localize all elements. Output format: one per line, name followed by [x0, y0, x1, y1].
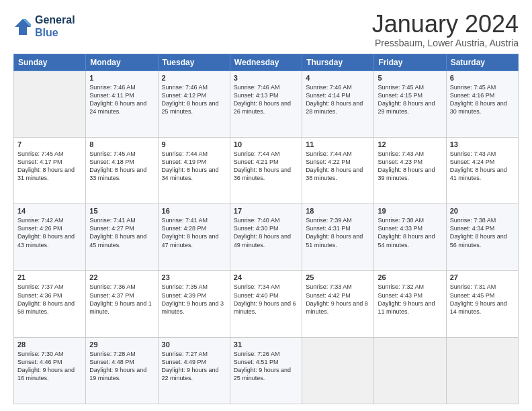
calendar-cell: 12Sunrise: 7:43 AM Sunset: 4:23 PM Dayli…	[374, 137, 446, 203]
day-header-thursday: Thursday	[302, 54, 374, 71]
calendar-cell	[302, 337, 374, 404]
title-area: January 2024 Pressbaum, Lower Austria, A…	[372, 11, 519, 48]
calendar-week-5: 28Sunrise: 7:30 AM Sunset: 4:46 PM Dayli…	[14, 337, 519, 404]
cell-info: Sunrise: 7:46 AM Sunset: 4:14 PM Dayligh…	[306, 83, 370, 116]
day-number: 6	[450, 74, 515, 82]
day-number: 29	[89, 340, 154, 349]
calendar-cell	[374, 337, 446, 404]
location: Pressbaum, Lower Austria, Austria	[372, 38, 519, 48]
day-number: 3	[234, 74, 298, 82]
cell-info: Sunrise: 7:43 AM Sunset: 4:24 PM Dayligh…	[450, 150, 515, 183]
calendar-cell	[446, 337, 518, 404]
day-header-friday: Friday	[374, 54, 446, 71]
day-number: 4	[306, 74, 370, 82]
calendar-cell: 27Sunrise: 7:31 AM Sunset: 4:45 PM Dayli…	[446, 271, 518, 337]
day-number: 30	[162, 340, 226, 349]
calendar-cell: 7Sunrise: 7:45 AM Sunset: 4:17 PM Daylig…	[14, 137, 86, 203]
cell-info: Sunrise: 7:33 AM Sunset: 4:42 PM Dayligh…	[306, 283, 370, 316]
day-number: 1	[89, 74, 154, 82]
cell-info: Sunrise: 7:38 AM Sunset: 4:33 PM Dayligh…	[378, 216, 442, 249]
calendar-cell: 30Sunrise: 7:27 AM Sunset: 4:49 PM Dayli…	[158, 337, 230, 404]
day-header-wednesday: Wednesday	[230, 54, 302, 71]
calendar-cell: 25Sunrise: 7:33 AM Sunset: 4:42 PM Dayli…	[302, 271, 374, 337]
calendar-cell: 29Sunrise: 7:28 AM Sunset: 4:48 PM Dayli…	[86, 337, 158, 404]
cell-info: Sunrise: 7:41 AM Sunset: 4:28 PM Dayligh…	[162, 216, 226, 249]
day-number: 2	[162, 74, 226, 82]
day-number: 19	[378, 207, 442, 215]
cell-info: Sunrise: 7:30 AM Sunset: 4:46 PM Dayligh…	[17, 350, 82, 383]
cell-info: Sunrise: 7:46 AM Sunset: 4:13 PM Dayligh…	[234, 83, 298, 116]
calendar-cell: 31Sunrise: 7:26 AM Sunset: 4:51 PM Dayli…	[230, 337, 302, 404]
calendar-cell: 16Sunrise: 7:41 AM Sunset: 4:28 PM Dayli…	[158, 204, 230, 271]
header: General Blue January 2024 Pressbaum, Low…	[13, 11, 519, 48]
logo-icon	[13, 17, 32, 36]
cell-info: Sunrise: 7:40 AM Sunset: 4:30 PM Dayligh…	[234, 216, 298, 249]
cell-info: Sunrise: 7:45 AM Sunset: 4:18 PM Dayligh…	[89, 150, 154, 183]
calendar-cell: 18Sunrise: 7:39 AM Sunset: 4:31 PM Dayli…	[302, 204, 374, 271]
calendar-cell	[14, 71, 86, 137]
cell-info: Sunrise: 7:26 AM Sunset: 4:51 PM Dayligh…	[234, 350, 298, 383]
day-number: 15	[89, 207, 154, 215]
cell-info: Sunrise: 7:32 AM Sunset: 4:43 PM Dayligh…	[378, 283, 442, 316]
month-title: January 2024	[372, 11, 519, 38]
calendar-cell: 8Sunrise: 7:45 AM Sunset: 4:18 PM Daylig…	[86, 137, 158, 203]
cell-info: Sunrise: 7:27 AM Sunset: 4:49 PM Dayligh…	[162, 350, 226, 383]
calendar-week-1: 1Sunrise: 7:46 AM Sunset: 4:11 PM Daylig…	[14, 71, 519, 137]
cell-info: Sunrise: 7:41 AM Sunset: 4:27 PM Dayligh…	[89, 216, 154, 249]
cell-info: Sunrise: 7:38 AM Sunset: 4:34 PM Dayligh…	[450, 216, 515, 249]
calendar-header-row: SundayMondayTuesdayWednesdayThursdayFrid…	[14, 54, 519, 71]
day-number: 13	[450, 140, 515, 148]
calendar-cell: 20Sunrise: 7:38 AM Sunset: 4:34 PM Dayli…	[446, 204, 518, 271]
cell-info: Sunrise: 7:44 AM Sunset: 4:22 PM Dayligh…	[306, 150, 370, 183]
day-number: 14	[17, 207, 82, 215]
day-number: 25	[306, 273, 370, 281]
day-header-saturday: Saturday	[446, 54, 518, 71]
day-number: 21	[17, 273, 82, 281]
calendar-week-2: 7Sunrise: 7:45 AM Sunset: 4:17 PM Daylig…	[14, 137, 519, 203]
day-number: 12	[378, 140, 442, 148]
day-number: 20	[450, 207, 515, 215]
day-number: 5	[378, 74, 442, 82]
calendar-cell: 23Sunrise: 7:35 AM Sunset: 4:39 PM Dayli…	[158, 271, 230, 337]
cell-info: Sunrise: 7:46 AM Sunset: 4:11 PM Dayligh…	[89, 83, 154, 116]
calendar-cell: 11Sunrise: 7:44 AM Sunset: 4:22 PM Dayli…	[302, 137, 374, 203]
cell-info: Sunrise: 7:44 AM Sunset: 4:19 PM Dayligh…	[162, 150, 226, 183]
calendar-cell: 15Sunrise: 7:41 AM Sunset: 4:27 PM Dayli…	[86, 204, 158, 271]
calendar-cell: 2Sunrise: 7:46 AM Sunset: 4:12 PM Daylig…	[158, 71, 230, 137]
calendar-cell: 13Sunrise: 7:43 AM Sunset: 4:24 PM Dayli…	[446, 137, 518, 203]
day-number: 27	[450, 273, 515, 281]
logo-text: General Blue	[35, 13, 75, 39]
calendar-week-3: 14Sunrise: 7:42 AM Sunset: 4:26 PM Dayli…	[14, 204, 519, 271]
day-number: 28	[17, 340, 82, 349]
cell-info: Sunrise: 7:35 AM Sunset: 4:39 PM Dayligh…	[162, 283, 226, 316]
calendar-cell: 24Sunrise: 7:34 AM Sunset: 4:40 PM Dayli…	[230, 271, 302, 337]
day-header-tuesday: Tuesday	[158, 54, 230, 71]
svg-marker-0	[15, 19, 31, 35]
calendar-cell: 6Sunrise: 7:45 AM Sunset: 4:16 PM Daylig…	[446, 71, 518, 137]
day-header-sunday: Sunday	[14, 54, 86, 71]
calendar-cell: 17Sunrise: 7:40 AM Sunset: 4:30 PM Dayli…	[230, 204, 302, 271]
logo: General Blue	[13, 13, 75, 39]
calendar-cell: 1Sunrise: 7:46 AM Sunset: 4:11 PM Daylig…	[86, 71, 158, 137]
calendar-cell: 14Sunrise: 7:42 AM Sunset: 4:26 PM Dayli…	[14, 204, 86, 271]
cell-info: Sunrise: 7:39 AM Sunset: 4:31 PM Dayligh…	[306, 216, 370, 249]
calendar-cell: 9Sunrise: 7:44 AM Sunset: 4:19 PM Daylig…	[158, 137, 230, 203]
cell-info: Sunrise: 7:43 AM Sunset: 4:23 PM Dayligh…	[378, 150, 442, 183]
day-number: 8	[89, 140, 154, 148]
day-number: 18	[306, 207, 370, 215]
day-number: 23	[162, 273, 226, 281]
cell-info: Sunrise: 7:42 AM Sunset: 4:26 PM Dayligh…	[17, 216, 82, 249]
cell-info: Sunrise: 7:28 AM Sunset: 4:48 PM Dayligh…	[89, 350, 154, 383]
day-number: 24	[234, 273, 298, 281]
calendar-cell: 28Sunrise: 7:30 AM Sunset: 4:46 PM Dayli…	[14, 337, 86, 404]
calendar-cell: 19Sunrise: 7:38 AM Sunset: 4:33 PM Dayli…	[374, 204, 446, 271]
cell-info: Sunrise: 7:36 AM Sunset: 4:37 PM Dayligh…	[89, 283, 154, 316]
day-number: 22	[89, 273, 154, 281]
calendar-cell: 10Sunrise: 7:44 AM Sunset: 4:21 PM Dayli…	[230, 137, 302, 203]
day-number: 7	[17, 140, 82, 148]
cell-info: Sunrise: 7:37 AM Sunset: 4:36 PM Dayligh…	[17, 283, 82, 316]
calendar-cell: 21Sunrise: 7:37 AM Sunset: 4:36 PM Dayli…	[14, 271, 86, 337]
day-number: 17	[234, 207, 298, 215]
day-number: 16	[162, 207, 226, 215]
day-number: 11	[306, 140, 370, 148]
